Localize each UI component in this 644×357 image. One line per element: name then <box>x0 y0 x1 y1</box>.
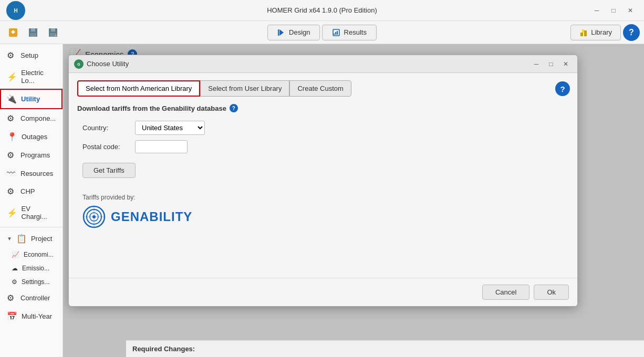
sidebar-item-electric-load[interactable]: ⚡ Electric Lo... <box>0 65 63 89</box>
modal-controls: ─ □ ✕ <box>530 58 572 70</box>
results-button[interactable]: Results <box>323 25 377 40</box>
ev-charging-icon: ⚡ <box>7 208 17 218</box>
modal-dialog: G Choose Utility ─ □ ✕ Select from North… <box>68 55 578 307</box>
svg-rect-18 <box>580 33 583 36</box>
sidebar-item-setup[interactable]: ⚙ Setup <box>0 46 63 65</box>
modal-content: Select from North American Library Selec… <box>69 73 577 278</box>
modal-close-button[interactable]: ✕ <box>559 58 572 70</box>
sidebar-item-outages[interactable]: 📍 Outages <box>0 128 63 146</box>
maximize-button[interactable]: □ <box>606 3 621 18</box>
chp-icon: ⚙ <box>7 186 16 196</box>
save-button[interactable] <box>24 24 42 41</box>
library-button[interactable]: Library <box>570 25 621 40</box>
modal-help-button[interactable]: ? <box>555 81 570 96</box>
multi-year-icon: 📅 <box>7 311 17 321</box>
controller-icon: ⚙ <box>7 293 16 303</box>
components-icon: ⚙ <box>7 113 16 123</box>
project-expand-icon: ▼ <box>7 236 12 242</box>
genability-circle-icon <box>82 205 106 228</box>
outages-icon: 📍 <box>7 132 17 142</box>
sidebar-item-settings[interactable]: ⚙ Settings... <box>0 275 63 289</box>
sidebar-item-chp[interactable]: ⚙ CHP <box>0 182 63 201</box>
sidebar-separator <box>0 227 63 227</box>
tab-user-library[interactable]: Select from User Library <box>200 80 289 97</box>
genability-label: Tariffs provided by: <box>82 194 569 201</box>
sidebar-item-controller[interactable]: ⚙ Controller <box>0 289 63 307</box>
svg-marker-12 <box>279 29 284 36</box>
sidebar-item-economics[interactable]: 📈 Economi... <box>0 248 63 261</box>
modal-minimize-button[interactable]: ─ <box>530 58 543 70</box>
main-layout: ⚙ Setup ⚡ Electric Lo... 🔌 Utility ⚙ Com… <box>0 44 644 357</box>
main-help-button[interactable]: ? <box>623 24 640 41</box>
project-icon: 📋 <box>16 234 27 244</box>
modal-overlay: G Choose Utility ─ □ ✕ Select from North… <box>63 44 644 357</box>
form-heading: Download tariffs from the Genability dat… <box>77 104 569 112</box>
app-title: HOMER Grid x64 1.9.0 (Pro Edition) <box>267 6 377 14</box>
sidebar-item-multi-year[interactable]: 📅 Multi-Year <box>0 307 63 326</box>
utility-icon: 🔌 <box>6 94 17 104</box>
saveas-button[interactable]: + <box>44 24 62 41</box>
svg-rect-20 <box>582 29 584 33</box>
tab-create-custom[interactable]: Create Custom <box>289 80 351 97</box>
svg-text:G: G <box>77 62 80 66</box>
resources-icon: 〰 <box>7 169 16 178</box>
country-select[interactable]: United States Canada <box>135 121 205 135</box>
close-button[interactable]: ✕ <box>623 3 638 18</box>
svg-rect-19 <box>584 30 587 36</box>
programs-icon: ⚙ <box>7 150 16 160</box>
svg-rect-4 <box>12 30 14 34</box>
sidebar-item-ev-charging[interactable]: ⚡ EV Chargi... <box>0 201 63 225</box>
setup-icon: ⚙ <box>7 50 16 60</box>
svg-rect-6 <box>31 28 35 32</box>
modal-logo: G <box>74 59 84 69</box>
country-label: Country: <box>82 124 130 132</box>
sidebar-item-resources[interactable]: 〰 Resources <box>0 164 63 182</box>
settings-icon: ⚙ <box>12 278 17 286</box>
svg-rect-9 <box>51 28 55 32</box>
sidebar-item-programs[interactable]: ⚙ Programs <box>0 146 63 164</box>
window-controls: ─ □ ✕ <box>589 3 638 18</box>
svg-text:+: + <box>55 33 57 38</box>
sidebar-item-components[interactable]: ⚙ Compone... <box>0 109 63 128</box>
toolbar-right: Library ? <box>570 24 640 41</box>
get-tariffs-row: Get Tariffs <box>77 159 569 178</box>
tab-north-american[interactable]: Select from North American Library <box>77 80 200 97</box>
cancel-button[interactable]: Cancel <box>482 285 529 300</box>
sidebar-item-emissions[interactable]: ☁ Emissio... <box>0 261 63 275</box>
get-tariffs-button[interactable]: Get Tariffs <box>82 163 136 178</box>
modal-titlebar: G Choose Utility ─ □ ✕ <box>69 55 577 73</box>
toolbar: + Design Results Library ? <box>0 21 644 44</box>
new-button[interactable] <box>4 24 22 41</box>
required-changes: Required Changes: <box>126 340 644 357</box>
modal-title: Choose Utility <box>87 60 530 68</box>
postal-code-row: Postal code: <box>77 140 569 153</box>
sidebar: ⚙ Setup ⚡ Electric Lo... 🔌 Utility ⚙ Com… <box>0 44 63 357</box>
title-bar: H HOMER Grid x64 1.9.0 (Pro Edition) ─ □… <box>0 0 644 21</box>
form-section: Download tariffs from the Genability dat… <box>77 104 569 178</box>
country-row: Country: United States Canada <box>77 121 569 135</box>
electric-load-icon: ⚡ <box>7 72 17 82</box>
modal-footer: Cancel Ok <box>69 278 577 306</box>
genability-logo: GENABILITY <box>82 205 569 228</box>
ok-button[interactable]: Ok <box>534 285 569 300</box>
genability-branding: Tariffs provided by: GENAB <box>77 194 569 228</box>
postal-code-input[interactable] <box>135 140 188 153</box>
modal-tabs: Select from North American Library Selec… <box>77 80 569 97</box>
minimize-button[interactable]: ─ <box>589 3 604 18</box>
content-area: 📈 Economics ? G Choose Utility ─ □ ✕ <box>63 44 644 357</box>
app-logo: H <box>6 1 25 20</box>
svg-rect-7 <box>30 33 36 37</box>
emissions-icon: ☁ <box>12 265 18 272</box>
sidebar-item-project[interactable]: ▼ 📋 Project <box>0 229 63 248</box>
genability-name: GENABILITY <box>111 209 192 224</box>
modal-maximize-button[interactable]: □ <box>545 58 557 70</box>
nav-buttons: Design Results <box>267 25 377 40</box>
postal-code-label: Postal code: <box>82 143 130 151</box>
form-help-icon[interactable]: ? <box>230 104 238 112</box>
sidebar-item-utility[interactable]: 🔌 Utility <box>0 89 63 109</box>
design-button[interactable]: Design <box>267 25 320 40</box>
economics-icon: 📈 <box>12 251 19 258</box>
svg-text:H: H <box>14 8 17 14</box>
